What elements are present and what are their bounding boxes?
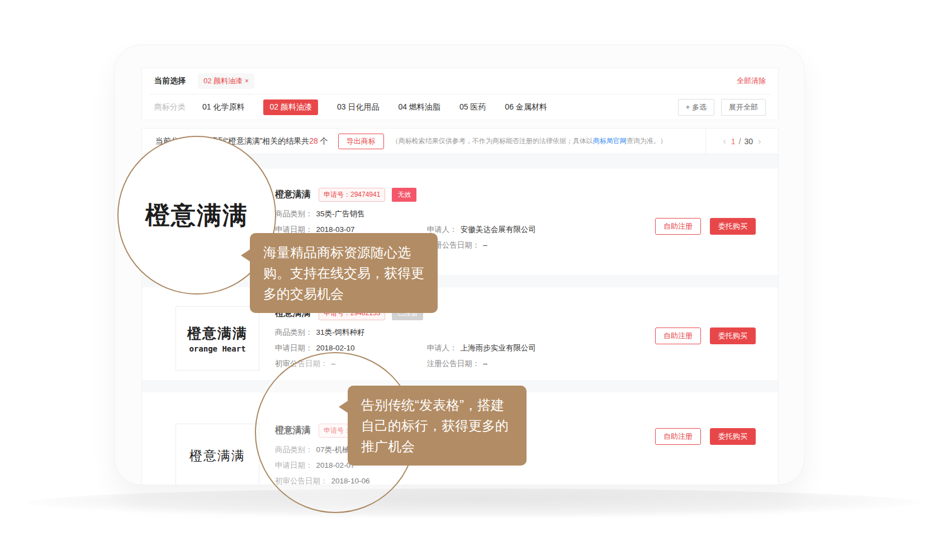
self-register-button[interactable]: 自助注册 [655, 218, 701, 235]
category-item-03[interactable]: 03 日化用品 [337, 102, 379, 112]
entrust-purchase-button[interactable]: 委托购买 [710, 428, 756, 445]
field-value: 2018-03-07 [316, 225, 355, 234]
field-value: 31类-饲料种籽 [316, 328, 365, 336]
page: 当前选择 02 颜料油漆× 全部清除 商标分类 01 化学原料 02 颜料油漆 … [0, 0, 948, 560]
thumbnail-mark-text: 橙意满满 [189, 447, 245, 464]
status-badge: 无效 [392, 188, 416, 202]
current-selection-label: 当前选择 [154, 76, 186, 86]
total-pages: 30 [745, 137, 753, 146]
brand-name: 橙意满满 [275, 189, 311, 201]
selected-filter-tag[interactable]: 02 颜料油漆× [198, 73, 254, 89]
category-item-04[interactable]: 04 燃料油脂 [398, 102, 440, 112]
thumbnail-mark-subtext: orange Heart [189, 344, 245, 353]
field-label: 注册公告日期： [427, 359, 480, 368]
page-separator: / [739, 137, 741, 146]
field-label: 申请人： [427, 344, 457, 352]
remove-filter-icon[interactable]: × [245, 77, 249, 85]
next-page-icon[interactable]: › [755, 136, 764, 146]
field-label: 申请人： [427, 225, 457, 234]
results-count: 28 [309, 136, 318, 145]
disclaimer-text: （商标检索结果仅供参考，不作为商标能否注册的法律依据；具体以商标局官网查询为准。… [392, 136, 667, 146]
tooltip-promo-callout: 告别传统“发表格”，搭建自己的标行，获得更多的推广机会 [348, 386, 527, 466]
category-item-01[interactable]: 01 化学原料 [202, 102, 244, 112]
category-item-06[interactable]: 06 金属材料 [505, 102, 547, 112]
field-value: – [483, 359, 487, 368]
field-value: 35类-广告销售 [316, 210, 365, 218]
field-label: 商品类别： [275, 328, 313, 336]
thumbnail-mark-text: 橙意满满 [187, 324, 248, 343]
pagination: ‹ 1 / 30 › [705, 129, 778, 154]
tooltip-trade-callout: 海量精品商标资源随心选购。支持在线交易，获得更多的交易机会 [250, 233, 438, 313]
tooltip-tail [339, 400, 349, 414]
category-bar-label: 商标分类 [154, 102, 186, 112]
field-value: 上海雨步实业有限公司 [461, 344, 536, 352]
expand-all-button[interactable]: 展开全部 [721, 99, 766, 116]
magnified-mark-text: 橙意满满 [145, 199, 248, 232]
multi-select-button[interactable]: + 多选 [678, 99, 714, 116]
tooltip-text: 告别传统“发表格”，搭建自己的标行，获得更多的推广机会 [361, 397, 509, 454]
trademark-row: 橙意满满 orange Heart 橙意满满 申请号：29482153 已注册 … [142, 287, 778, 380]
field-label: 申请日期： [275, 225, 313, 234]
self-register-button[interactable]: 自助注册 [655, 328, 701, 344]
category-item-02-active[interactable]: 02 颜料油漆 [263, 99, 317, 115]
current-page: 1 [731, 137, 736, 146]
trademark-thumbnail[interactable]: 橙意满满 [176, 424, 259, 485]
category-item-05[interactable]: 05 医药 [459, 102, 486, 112]
export-trademarks-button[interactable]: 导出商标 [338, 134, 384, 149]
tooltip-tail [241, 249, 251, 262]
selected-filter-tag-text: 02 颜料油漆 [203, 77, 243, 85]
field-label: 商品类别： [275, 210, 313, 218]
application-number-badge: 申请号：29474941 [319, 188, 385, 202]
prev-page-icon[interactable]: ‹ [720, 136, 729, 146]
clear-all-button[interactable]: 全部清除 [737, 76, 766, 86]
field-value: 安徽美达会展有限公司 [461, 225, 536, 234]
trademark-thumbnail[interactable]: 橙意满满 orange Heart [176, 306, 259, 371]
entrust-purchase-button[interactable]: 委托购买 [710, 328, 756, 344]
trademark-office-link[interactable]: 商标局官网 [593, 137, 627, 145]
filter-panel: 当前选择 02 颜料油漆× 全部清除 商标分类 01 化学原料 02 颜料油漆 … [141, 68, 779, 120]
field-value: – [483, 241, 487, 249]
field-label: 申请日期： [275, 344, 313, 352]
tooltip-text: 海量精品商标资源随心选购。支持在线交易，获得更多的交易机会 [263, 245, 424, 301]
entrust-purchase-button[interactable]: 委托购买 [710, 218, 756, 235]
self-register-button[interactable]: 自助注册 [655, 428, 701, 445]
laptop-base [27, 488, 921, 518]
field-value: 2018-02-10 [316, 344, 355, 352]
